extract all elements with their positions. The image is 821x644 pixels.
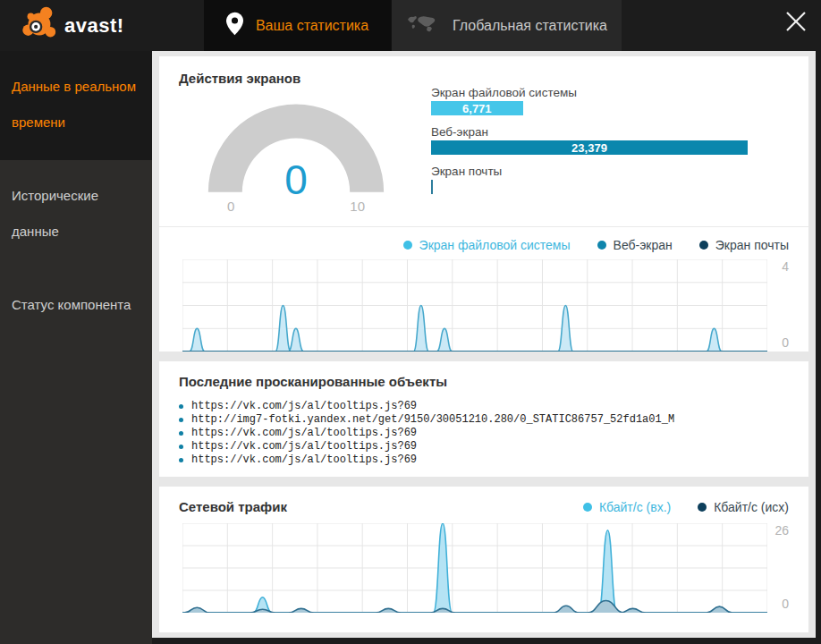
screen-counter-bar xyxy=(431,180,748,194)
screen-actions-title: Действия экранов xyxy=(179,71,789,86)
screen-counter-bar-fill: 23,379 xyxy=(431,140,748,155)
screens-chart-legend: Экран файловой системыВеб-экранЭкран поч… xyxy=(179,238,789,252)
scanned-object-url: https://vk.com/js/al/tooltips.js?69 xyxy=(191,400,417,413)
y-axis-max-label: 4 xyxy=(782,259,789,274)
scanned-object-item: https://vk.com/js/al/tooltips.js?69 xyxy=(179,400,789,413)
legend-label: Экран файловой системы xyxy=(419,238,571,252)
legend-dot-icon xyxy=(583,503,592,512)
scanned-objects-title: Последние просканированные объекты xyxy=(179,374,789,389)
screens-activity-chart: 4 0 xyxy=(182,259,789,352)
bullet-icon xyxy=(179,458,183,462)
screen-counter-bar: 6,771 xyxy=(431,101,748,115)
screen-counters: Экран файловой системы6,771Веб-экран23,3… xyxy=(413,86,789,214)
bullet-icon xyxy=(179,445,183,449)
screen-counter-value: 23,379 xyxy=(571,141,607,155)
y-axis-max-label: 26 xyxy=(774,523,789,538)
scanned-object-item: https://vk.com/js/al/tooltips.js?69 xyxy=(179,427,789,440)
y-axis-min-label: 0 xyxy=(782,597,789,611)
scanned-object-item: https://vk.com/js/al/tooltips.js?69 xyxy=(179,440,789,453)
bullet-icon xyxy=(179,418,183,422)
scanned-object-url: https://vk.com/js/al/tooltips.js?69 xyxy=(191,440,417,453)
avast-logo-icon xyxy=(18,4,59,48)
legend-dot-icon xyxy=(699,241,708,250)
legend-item[interactable]: Экран файловой системы xyxy=(403,238,571,252)
sidebar-item-1[interactable]: Исторические данные xyxy=(0,160,152,269)
legend-dot-icon xyxy=(403,241,412,250)
gauge-value: 0 xyxy=(202,156,390,204)
tab-global-statistics[interactable]: Глобальная статистика xyxy=(391,0,622,51)
location-pin-icon xyxy=(226,12,243,39)
avast-logo-text: avast! xyxy=(64,14,124,38)
legend-label: Веб-экран xyxy=(614,238,673,252)
screen-counter-value: 6,771 xyxy=(462,102,492,115)
scanned-objects-list: https://vk.com/js/al/tooltips.js?69http:… xyxy=(179,400,789,467)
sidebar-item-2[interactable]: Статус компонента xyxy=(0,269,152,343)
legend-label: Кбайт/с (вх.) xyxy=(599,500,671,514)
screen-counter-bar-fill xyxy=(431,180,433,194)
legend-item[interactable]: Экран почты xyxy=(699,238,789,252)
bullet-icon xyxy=(179,404,183,409)
panel-divider xyxy=(159,226,808,227)
legend-item[interactable]: Веб-экран xyxy=(597,238,673,252)
world-map-icon xyxy=(406,14,440,38)
screen-counter-label: Экран почты xyxy=(431,165,748,178)
screen-counter-bar-fill: 6,771 xyxy=(431,101,523,115)
legend-dot-icon xyxy=(597,241,606,250)
top-bar: avast! Ваша статистика Глобальная стат xyxy=(0,0,821,51)
screen-counter-row: Экран почты xyxy=(431,165,748,194)
sidebar: Данные в реальном времениИсторические да… xyxy=(0,51,152,644)
legend-label: Кбайт/с (исх) xyxy=(714,500,789,514)
scanned-objects-panel: Последние просканированные объекты https… xyxy=(159,361,808,477)
scanned-object-url: http://img7-fotki.yandex.net/get/9150/30… xyxy=(191,413,674,427)
network-traffic-panel: Сетевой трафик Кбайт/с (вх.)Кбайт/с (исх… xyxy=(159,487,808,632)
legend-dot-icon xyxy=(698,503,707,512)
screen-actions-panel: Действия экранов 0 0 10 Экран файловой с… xyxy=(159,56,808,352)
screen-counter-bar: 23,379 xyxy=(431,140,748,155)
screen-counter-row: Экран файловой системы6,771 xyxy=(431,86,748,115)
close-icon[interactable] xyxy=(782,7,810,36)
tab-global-statistics-label: Глобальная статистика xyxy=(453,18,607,34)
legend-label: Экран почты xyxy=(715,238,789,252)
scanned-object-item: https://vk.com/js/al/tooltips.js?69 xyxy=(179,453,789,467)
legend-item[interactable]: Кбайт/с (вх.) xyxy=(583,500,671,514)
avast-statistics-window: avast! Ваша статистика Глобальная стат xyxy=(0,0,821,644)
avast-logo: avast! xyxy=(0,0,204,51)
screen-counter-label: Веб-экран xyxy=(431,125,748,139)
screen-counter-row: Веб-экран23,379 xyxy=(431,125,748,155)
screen-actions-gauge: 0 0 10 xyxy=(179,89,413,214)
tab-your-statistics[interactable]: Ваша статистика xyxy=(204,0,391,51)
bullet-icon xyxy=(179,431,183,436)
y-axis-min-label: 0 xyxy=(782,335,789,350)
legend-item[interactable]: Кбайт/с (исх) xyxy=(698,500,789,514)
scanned-object-item: http://img7-fotki.yandex.net/get/9150/30… xyxy=(179,413,789,427)
sidebar-item-0[interactable]: Данные в реальном времени xyxy=(0,51,152,160)
main-content: Действия экранов 0 0 10 Экран файловой с… xyxy=(152,51,816,638)
scanned-object-url: https://vk.com/js/al/tooltips.js?69 xyxy=(191,453,417,467)
network-traffic-title: Сетевой трафик xyxy=(179,499,287,514)
network-chart-legend: Кбайт/с (вх.)Кбайт/с (исх) xyxy=(583,500,789,514)
tab-your-statistics-label: Ваша статистика xyxy=(256,18,368,34)
network-traffic-chart: 26 0 xyxy=(182,523,789,613)
screen-counter-label: Экран файловой системы xyxy=(431,86,748,99)
scanned-object-url: https://vk.com/js/al/tooltips.js?69 xyxy=(191,427,417,440)
